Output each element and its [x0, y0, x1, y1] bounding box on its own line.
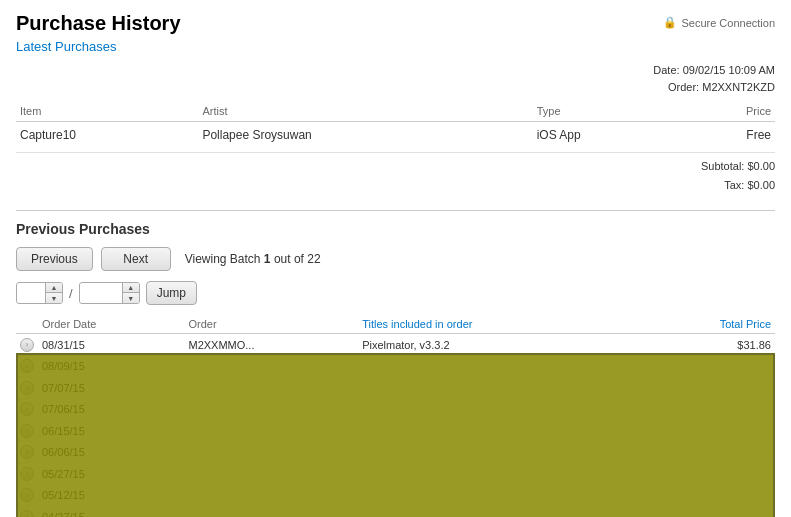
page-wrapper: Purchase History 🔒 Secure Connection Lat…: [0, 0, 791, 517]
cell-order-id: [184, 355, 358, 377]
year-down-arrow[interactable]: ▼: [123, 293, 139, 304]
cell-price: Free: [681, 122, 775, 149]
viewing-prefix: Viewing Batch: [185, 252, 261, 266]
row-expand-icon[interactable]: ›: [16, 377, 38, 399]
secure-connection: 🔒 Secure Connection: [663, 16, 775, 29]
subtotal-label: Subtotal:: [701, 160, 744, 172]
prev-table-wrapper: Order Date Order Titles included in orde…: [16, 315, 775, 517]
cell-total-price: $31.86: [636, 334, 775, 356]
cell-titles: [358, 484, 636, 506]
cell-titles: [358, 398, 636, 420]
cell-order-date: 08/09/15: [38, 355, 184, 377]
row-expand-icon[interactable]: ›: [16, 334, 38, 356]
secure-label: Secure Connection: [681, 17, 775, 29]
page-title: Purchase History: [16, 12, 181, 35]
batch-controls-row: 1 ▲ ▼ / 2011 ▲ ▼ Jump: [16, 281, 775, 305]
viewing-text: Viewing Batch 1 out of 22: [185, 252, 321, 266]
prev-section-title: Previous Purchases: [16, 221, 775, 237]
order-info: Date: 09/02/15 10:09 AM Order: M2XXNT2KZ…: [16, 62, 775, 95]
cell-total-price: [636, 506, 775, 517]
cell-order-id: [184, 441, 358, 463]
cell-order-id: [184, 506, 358, 517]
cell-titles: [358, 463, 636, 485]
cell-order-id: [184, 484, 358, 506]
cell-order-id: [184, 463, 358, 485]
viewing-batch-number: 1: [264, 252, 271, 266]
cell-order-date: 06/06/15: [38, 441, 184, 463]
cell-order-id: [184, 377, 358, 399]
controls-row: Previous Next Viewing Batch 1 out of 22: [16, 247, 775, 271]
cell-total-price: [636, 463, 775, 485]
cell-total-price: [636, 377, 775, 399]
col-total-price: Total Price: [636, 315, 775, 334]
prev-table-row: › 08/31/15 M2XXMMO... Pixelmator, v3.3.2…: [16, 334, 775, 356]
row-expand-icon[interactable]: ›: [16, 463, 38, 485]
prev-table-row: › 07/06/15: [16, 398, 775, 420]
cell-titles: [358, 506, 636, 517]
batch-down-arrow[interactable]: ▼: [46, 293, 62, 304]
row-expand-icon[interactable]: ›: [16, 506, 38, 517]
col-order: Order: [184, 315, 358, 334]
prev-table-row: › 06/15/15: [16, 420, 775, 442]
totals-row: Subtotal: $0.00 Tax: $0.00: [16, 152, 775, 198]
next-button[interactable]: Next: [101, 247, 171, 271]
cell-total-price: [636, 420, 775, 442]
latest-table-row: Capture10 Pollapee Sroysuwan iOS App Fre…: [16, 122, 775, 149]
lock-icon: 🔒: [663, 16, 677, 29]
previous-button[interactable]: Previous: [16, 247, 93, 271]
cell-order-date: 07/07/15: [38, 377, 184, 399]
order-value: M2XXNT2KZD: [702, 81, 775, 93]
year-spinner[interactable]: 2011 ▲ ▼: [79, 282, 140, 304]
col-titles: Titles included in order: [358, 315, 636, 334]
row-expand-icon[interactable]: ›: [16, 355, 38, 377]
cell-type: iOS App: [533, 122, 681, 149]
col-type: Type: [533, 101, 681, 122]
cell-order-date: 06/15/15: [38, 420, 184, 442]
prev-table-row: › 06/06/15: [16, 441, 775, 463]
prev-table-row: › 05/27/15: [16, 463, 775, 485]
prev-purchases-table: Order Date Order Titles included in orde…: [16, 315, 775, 517]
date-value: 09/02/15 10:09 AM: [683, 64, 775, 76]
cell-total-price: [636, 355, 775, 377]
cell-order-id: [184, 398, 358, 420]
viewing-suffix: out of 22: [274, 252, 321, 266]
cell-total-price: [636, 398, 775, 420]
year-input[interactable]: 2011: [80, 284, 122, 302]
prev-table-row: › 04/27/15: [16, 506, 775, 517]
prev-header-row: Order Date Order Titles included in orde…: [16, 315, 775, 334]
tax-value: $0.00: [747, 179, 775, 191]
subtotal-value: $0.00: [747, 160, 775, 172]
batch-up-arrow[interactable]: ▲: [46, 282, 62, 293]
batch-spinner[interactable]: 1 ▲ ▼: [16, 282, 63, 304]
batch-input[interactable]: 1: [17, 284, 45, 302]
cell-order-id: M2XXMMO...: [184, 334, 358, 356]
cell-titles: [358, 377, 636, 399]
row-expand-icon[interactable]: ›: [16, 420, 38, 442]
cell-total-price: [636, 441, 775, 463]
col-icon: [16, 315, 38, 334]
prev-table-row: › 05/12/15: [16, 484, 775, 506]
cell-item: Capture10: [16, 122, 198, 149]
year-up-arrow[interactable]: ▲: [123, 282, 139, 293]
row-expand-icon[interactable]: ›: [16, 398, 38, 420]
order-label: Order:: [668, 81, 699, 93]
row-expand-icon[interactable]: ›: [16, 441, 38, 463]
cell-order-id: [184, 420, 358, 442]
cell-order-date: 04/27/15: [38, 506, 184, 517]
year-arrows: ▲ ▼: [122, 282, 139, 304]
cell-titles: [358, 420, 636, 442]
cell-titles: [358, 355, 636, 377]
cell-order-date: 08/31/15: [38, 334, 184, 356]
row-expand-icon[interactable]: ›: [16, 484, 38, 506]
latest-purchases-table: Item Artist Type Price Capture10 Pollape…: [16, 101, 775, 148]
prev-table-row: › 07/07/15: [16, 377, 775, 399]
latest-section-title: Latest Purchases: [16, 39, 775, 54]
table-header-row: Item Artist Type Price: [16, 101, 775, 122]
jump-button[interactable]: Jump: [146, 281, 197, 305]
header-row: Purchase History 🔒 Secure Connection: [16, 12, 775, 35]
col-order-date: Order Date: [38, 315, 184, 334]
cell-titles: Pixelmator, v3.3.2: [358, 334, 636, 356]
slash-separator: /: [69, 286, 73, 301]
cell-order-date: 05/12/15: [38, 484, 184, 506]
cell-titles: [358, 441, 636, 463]
